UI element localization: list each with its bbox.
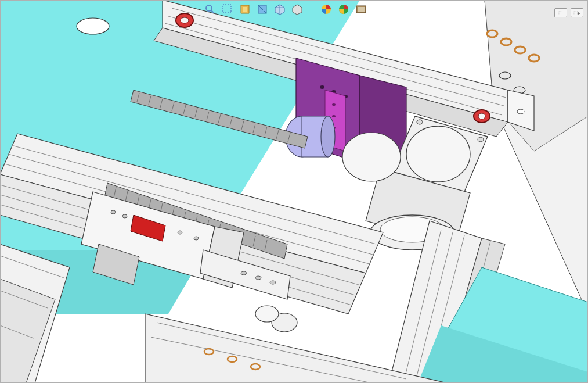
svg-point-90: [111, 210, 116, 214]
svg-point-18: [517, 109, 524, 114]
svg-point-25: [320, 85, 324, 89]
apply-scene-icon[interactable]: [354, 2, 368, 16]
svg-point-97: [270, 281, 276, 284]
svg-point-41: [478, 137, 484, 142]
red-roller-left: [176, 13, 193, 27]
svg-point-114: [206, 5, 212, 11]
viewport-3d[interactable]: [0, 0, 588, 383]
hide-show-icon[interactable]: [319, 2, 333, 16]
zoom-fit-icon[interactable]: [203, 2, 217, 16]
svg-marker-118: [243, 7, 247, 12]
svg-point-40: [417, 120, 423, 124]
view-toolbar: [203, 2, 368, 16]
svg-point-29: [332, 103, 336, 106]
svg-point-36: [406, 126, 470, 182]
svg-rect-116: [223, 5, 231, 13]
red-roller-right: [474, 110, 490, 123]
svg-point-96: [255, 276, 261, 280]
section-view-icon[interactable]: [255, 2, 269, 16]
zoom-window-icon[interactable]: [221, 2, 235, 16]
viewport-panel-controls: ⬚ ⬚▸: [554, 8, 583, 17]
display-style-icon[interactable]: [290, 2, 304, 16]
split-viewport-icon[interactable]: ⬚▸: [571, 8, 583, 17]
svg-marker-124: [293, 5, 302, 15]
single-viewport-icon[interactable]: ⬚: [554, 8, 567, 17]
svg-point-20: [181, 17, 189, 23]
previous-view-icon[interactable]: [238, 2, 252, 16]
svg-point-34: [321, 116, 335, 157]
svg-point-3: [77, 18, 109, 34]
svg-point-42: [342, 133, 401, 181]
edit-appearance-icon[interactable]: [337, 2, 351, 16]
svg-line-115: [211, 10, 214, 13]
pulley-cylinder: [342, 133, 401, 181]
svg-point-22: [478, 113, 485, 119]
view-orientation-icon[interactable]: [273, 2, 287, 16]
panel-icon-label: ⬚: [558, 10, 563, 16]
svg-point-113: [255, 306, 279, 322]
svg-rect-128: [358, 7, 365, 12]
svg-point-95: [241, 271, 247, 275]
svg-point-92: [178, 231, 182, 234]
svg-point-30: [332, 115, 336, 117]
svg-point-93: [194, 237, 199, 240]
panel-icon-label: ⬚▸: [573, 10, 580, 16]
svg-point-91: [122, 214, 127, 218]
